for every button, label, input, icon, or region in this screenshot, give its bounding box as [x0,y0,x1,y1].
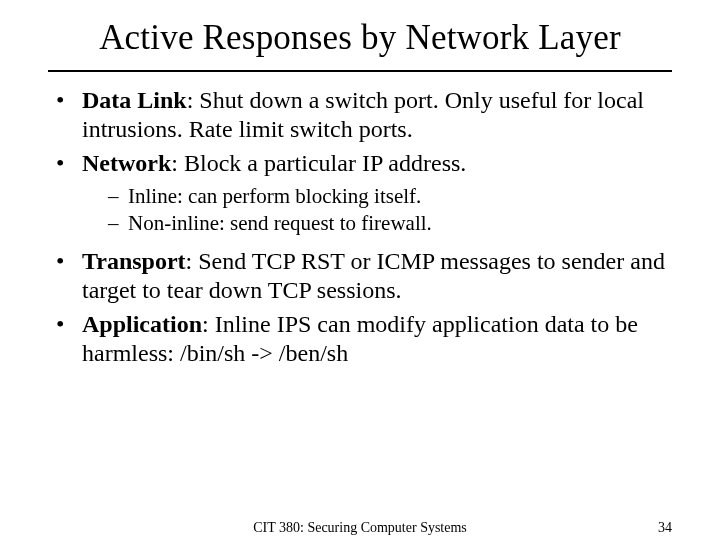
bullet-data-link: Data Link: Shut down a switch port. Only… [50,86,670,145]
bullet-list: Data Link: Shut down a switch port. Only… [50,86,670,368]
footer-page-number: 34 [658,520,672,536]
title-underline [48,70,672,72]
sub-bullet-noninline: Non-inline: send request to firewall. [108,211,670,237]
bullet-label: Application [82,311,202,337]
sub-bullet-inline: Inline: can perform blocking itself. [108,184,670,210]
bullet-application: Application: Inline IPS can modify appli… [50,310,670,369]
bullet-network: Network: Block a particular IP address. … [50,149,670,237]
bullet-label: Data Link [82,87,187,113]
slide: Active Responses by Network Layer Data L… [0,0,720,540]
bullet-label: Network [82,150,171,176]
slide-title: Active Responses by Network Layer [0,0,720,64]
slide-body: Data Link: Shut down a switch port. Only… [0,86,720,368]
footer-course: CIT 380: Securing Computer Systems [0,520,720,536]
sub-bullet-list: Inline: can perform blocking itself. Non… [82,184,670,237]
bullet-label: Transport [82,248,186,274]
bullet-transport: Transport: Send TCP RST or ICMP messages… [50,247,670,306]
bullet-text: : Block a particular IP address. [171,150,466,176]
